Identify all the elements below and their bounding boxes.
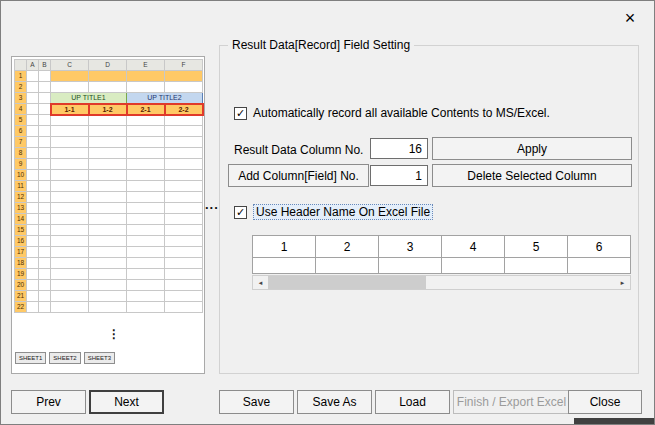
grid-cell[interactable]: [39, 170, 51, 181]
grid-cell[interactable]: [51, 247, 89, 258]
sheet-tab[interactable]: SHEET1: [15, 352, 46, 364]
grid-cell[interactable]: [165, 181, 203, 192]
grid-cell[interactable]: [39, 302, 51, 313]
grid-cell[interactable]: [127, 126, 165, 137]
grid-cell[interactable]: [127, 170, 165, 181]
header-table-cell[interactable]: [442, 258, 505, 274]
grid-cell[interactable]: [89, 291, 127, 302]
grid-cell[interactable]: [39, 225, 51, 236]
scrollbar-track[interactable]: [268, 276, 615, 289]
field-cell[interactable]: 1-2: [89, 104, 127, 115]
grid-cell[interactable]: [39, 214, 51, 225]
grid-cell[interactable]: [165, 258, 203, 269]
header-table-col[interactable]: 6: [568, 236, 631, 258]
grid-cell[interactable]: [27, 104, 39, 115]
grid-cell[interactable]: [89, 225, 127, 236]
grid-cell[interactable]: [127, 203, 165, 214]
grid-cell[interactable]: [27, 82, 39, 93]
grid-cell[interactable]: [165, 291, 203, 302]
grid-cell[interactable]: [127, 214, 165, 225]
grid-cell[interactable]: [51, 291, 89, 302]
grid-cell[interactable]: [127, 159, 165, 170]
grid-cell[interactable]: [39, 280, 51, 291]
field-cell[interactable]: 2-1: [127, 104, 165, 115]
grid-cell[interactable]: [39, 269, 51, 280]
grid-cell[interactable]: [27, 236, 39, 247]
sheet-tab[interactable]: SHEET2: [49, 352, 80, 364]
sheet-tab[interactable]: SHEET3: [84, 352, 115, 364]
header-table-cell[interactable]: [253, 258, 316, 274]
grid-cell[interactable]: [89, 258, 127, 269]
header-table-cell[interactable]: [505, 258, 568, 274]
grid-cell[interactable]: [51, 181, 89, 192]
next-button[interactable]: Next: [89, 390, 164, 414]
grid-cell[interactable]: [39, 104, 51, 115]
field-cell[interactable]: 2-2: [165, 104, 203, 115]
grid-cell[interactable]: [89, 126, 127, 137]
grid-cell[interactable]: [165, 192, 203, 203]
grid-cell[interactable]: [51, 269, 89, 280]
header-table-col[interactable]: 1: [253, 236, 316, 258]
grid-cell[interactable]: [89, 236, 127, 247]
grid-cell[interactable]: [39, 137, 51, 148]
grid-cell[interactable]: [165, 269, 203, 280]
grid-cell[interactable]: [89, 71, 127, 82]
grid-cell[interactable]: [89, 115, 127, 126]
up-title-cell[interactable]: UP TITLE2: [127, 93, 203, 104]
grid-cell[interactable]: [39, 82, 51, 93]
grid-cell[interactable]: [89, 247, 127, 258]
grid-cell[interactable]: [127, 280, 165, 291]
grid-cell[interactable]: [89, 269, 127, 280]
grid-cell[interactable]: [27, 280, 39, 291]
grid-cell[interactable]: [165, 82, 203, 93]
grid-cell[interactable]: [39, 258, 51, 269]
grid-cell[interactable]: [89, 82, 127, 93]
add-column-button[interactable]: Add Column[Field] No.: [228, 164, 369, 187]
grid-cell[interactable]: [165, 302, 203, 313]
grid-cell[interactable]: [51, 203, 89, 214]
grid-cell[interactable]: [165, 126, 203, 137]
header-table-col[interactable]: 5: [505, 236, 568, 258]
field-cell[interactable]: 1-1: [51, 104, 89, 115]
save-button[interactable]: Save: [219, 390, 294, 414]
grid-cell[interactable]: [27, 71, 39, 82]
header-table-col[interactable]: 4: [442, 236, 505, 258]
grid-cell[interactable]: [39, 159, 51, 170]
grid-cell[interactable]: [51, 214, 89, 225]
grid-cell[interactable]: [165, 137, 203, 148]
grid-cell[interactable]: [51, 280, 89, 291]
grid-cell[interactable]: [89, 214, 127, 225]
header-table-col[interactable]: 3: [379, 236, 442, 258]
grid-cell[interactable]: [165, 159, 203, 170]
grid-cell[interactable]: [89, 148, 127, 159]
grid-cell[interactable]: [39, 181, 51, 192]
grid-cell[interactable]: [89, 192, 127, 203]
grid-cell[interactable]: [27, 148, 39, 159]
grid-cell[interactable]: [51, 225, 89, 236]
grid-cell[interactable]: [39, 71, 51, 82]
grid-cell[interactable]: [127, 225, 165, 236]
prev-button[interactable]: Prev: [11, 390, 86, 414]
grid-cell[interactable]: [27, 225, 39, 236]
grid-cell[interactable]: [27, 258, 39, 269]
grid-cell[interactable]: [51, 236, 89, 247]
use-header-checkbox[interactable]: ✓ Use Header Name On Excel File: [234, 204, 433, 220]
grid-cell[interactable]: [127, 192, 165, 203]
grid-cell[interactable]: [27, 170, 39, 181]
header-table-cell[interactable]: [568, 258, 631, 274]
grid-cell[interactable]: [165, 214, 203, 225]
grid-cell[interactable]: [27, 192, 39, 203]
grid-cell[interactable]: [127, 148, 165, 159]
header-table-cell[interactable]: [379, 258, 442, 274]
grid-cell[interactable]: [127, 302, 165, 313]
grid-cell[interactable]: [27, 269, 39, 280]
horizontal-scrollbar[interactable]: ◄ ►: [252, 275, 631, 290]
close-button[interactable]: Close: [568, 390, 642, 414]
grid-cell[interactable]: [51, 170, 89, 181]
grid-cell[interactable]: [89, 302, 127, 313]
result-column-input[interactable]: [370, 138, 428, 159]
check-icon[interactable]: ✓: [234, 206, 247, 219]
grid-cell[interactable]: [39, 126, 51, 137]
save-as-button[interactable]: Save As: [297, 390, 372, 414]
grid-cell[interactable]: [127, 137, 165, 148]
